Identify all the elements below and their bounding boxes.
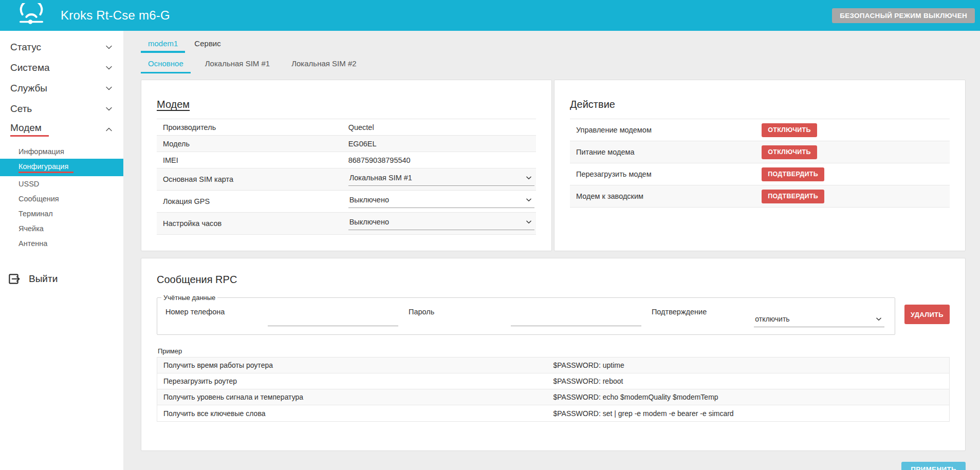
submenu-item-ussd[interactable]: USSD [0,176,123,191]
row-label: Локация GPS [157,197,348,205]
sidebar-item-label: Сеть [10,103,104,115]
chevron-down-icon [875,315,882,323]
modem-card: Модем Производитель Quectel Модель EG06E… [141,80,552,251]
password-label: Пароль [409,304,511,327]
select-value: Локальная SIM #1 [349,174,412,182]
row-label: Производитель [157,123,348,131]
submenu-item-label: USSD [19,180,39,188]
primary-sim-select[interactable]: Локальная SIM #1 [348,173,534,186]
sidebar-item-modem[interactable]: Модем [0,119,123,140]
row-label: Получить время работы роутера [157,361,553,369]
example-table: Получить время работы роутера $PASSWORD:… [157,357,950,422]
row-value: EG06EL [348,140,536,148]
subtab-local-sim-1[interactable]: Локальная SIM #1 [198,57,277,73]
row-label: Получить уровень сигнала и температура [157,393,553,401]
chevron-down-icon [525,218,532,225]
modem-power-disable-button[interactable]: ОТКЛЮЧИТЬ [762,145,817,159]
sidebar-item-services[interactable]: Службы [0,78,123,99]
row-label: Настройка часов [157,219,348,228]
submenu-item-messages[interactable]: Сообщения [0,191,123,206]
example-block: Пример Получить время работы роутера $PA… [157,347,950,422]
exit-icon [7,272,21,286]
phone-number-group: Номер телефона [160,304,403,327]
row-value: $PASSWORD: set | grep -e modem -e bearer… [553,409,950,418]
app-title: Kroks Rt-Cse m6-G [61,8,170,23]
submenu-item-configuration[interactable]: Конфигурация [0,159,123,176]
confirmation-group: Подтверждение отключить [646,304,890,327]
chevron-down-icon [104,42,114,52]
tab-service[interactable]: Сервис [187,38,228,53]
safe-mode-badge[interactable]: БЕЗОПАСНЫЙ РЕЖИМ ВЫКЛЮЧЕН [832,8,975,23]
action-table: Управление модемом ОТКЛЮЧИТЬ Питание мод… [570,119,950,208]
logout-label: Выйти [29,273,58,285]
submenu-item-cell[interactable]: Ячейка [0,221,123,236]
table-row: Производитель Quectel [157,119,536,136]
sidebar-item-label: Службы [10,83,104,94]
row-value: 868759038795540 [348,156,536,164]
table-row: Основная SIM карта Локальная SIM #1 [157,168,536,191]
modem-control-disable-button[interactable]: ОТКЛЮЧИТЬ [762,123,817,137]
main-content: modem1 Сервис Основное Локальная SIM #1 … [123,31,980,470]
submenu-item-label: Ячейка [19,224,44,233]
sidebar-item-system[interactable]: Система [0,58,123,78]
phone-number-input[interactable] [268,317,398,326]
row-label: Питание модема [570,148,762,156]
chevron-up-icon [104,124,114,135]
select-value: отключить [755,315,789,323]
sidebar: Статус Система Службы Сеть Модем Информа [0,31,123,470]
table-row: Перезагрузить роутер $PASSWORD: reboot [157,373,949,389]
row-label: IMEI [157,156,348,164]
modem-reboot-confirm-button[interactable]: ПОДТВЕРДИТЬ [762,167,824,181]
gps-location-select[interactable]: Выключено [348,195,534,208]
credentials-fieldset: Учётные данные Номер телефона Пароль [157,294,895,335]
table-row: Модель EG06EL [157,136,536,152]
submenu-item-terminal[interactable]: Терминал [0,206,123,221]
row-value: $PASSWORD: reboot [553,377,950,385]
password-input[interactable] [511,317,641,326]
modem-submenu: Информация Конфигурация USSD Сообщения Т… [0,144,123,251]
chevron-down-icon [104,63,114,73]
submenu-item-label: Конфигурация [19,162,73,173]
modem-factory-reset-confirm-button[interactable]: ПОДТВЕРДИТЬ [762,190,824,203]
row-label: Модель [157,140,348,148]
submenu-item-antenna[interactable]: Антенна [0,236,123,251]
submenu-item-label: Информация [19,147,64,156]
delete-button[interactable]: УДАЛИТЬ [904,305,950,324]
action-card: Действие Управление модемом ОТКЛЮЧИТЬ Пи… [554,80,966,251]
clock-setup-select[interactable]: Выключено [348,217,534,230]
phone-number-label: Номер телефона [165,304,268,327]
row-label: Перезагрузить модем [570,170,762,178]
submenu-item-information[interactable]: Информация [0,144,123,159]
modem-card-title: Модем [157,99,536,110]
row-label: Получить все ключевые слова [157,409,553,418]
chevron-down-icon [525,174,532,181]
submenu-item-label: Антенна [19,239,47,248]
apply-button[interactable]: ПРИМЕНИТЬ [901,462,966,470]
confirmation-label: Подтверждение [652,304,754,327]
sidebar-item-network[interactable]: Сеть [0,99,123,119]
tab-bar: modem1 Сервис [141,38,966,53]
sidebar-item-status[interactable]: Статус [0,37,123,58]
table-row: Получить все ключевые слова $PASSWORD: s… [157,405,949,421]
page: Kroks Rt-Cse m6-G БЕЗОПАСНЫЙ РЕЖИМ ВЫКЛЮ… [0,0,980,470]
tab-modem1[interactable]: modem1 [141,38,185,53]
sidebar-item-label: Статус [10,42,104,53]
row-label: Модем к заводским [570,192,762,200]
table-row: Получить время работы роутера $PASSWORD:… [157,358,949,373]
example-legend: Пример [157,347,950,355]
logout-button[interactable]: Выйти [0,272,123,286]
row-value: $PASSWORD: echo $modemQuality $modemTemp [553,393,950,401]
table-row: Перезагрузить модем ПОДТВЕРДИТЬ [570,163,950,185]
table-row: Питание модема ОТКЛЮЧИТЬ [570,141,950,163]
row-value: Quectel [348,123,536,131]
subtab-general[interactable]: Основное [141,57,191,73]
submenu-item-label: Терминал [19,210,53,218]
subtab-local-sim-2[interactable]: Локальная SIM #2 [284,57,363,73]
confirmation-select[interactable]: отключить [754,314,884,327]
table-row: Получить уровень сигнала и температура $… [157,389,949,405]
rpc-messages-card: Сообщения RPC Учётные данные Номер телеф… [141,258,966,451]
table-row: Управление модемом ОТКЛЮЧИТЬ [570,119,950,141]
app-header: Kroks Rt-Cse m6-G БЕЗОПАСНЫЙ РЕЖИМ ВЫКЛЮ… [0,0,980,31]
table-row: Настройка часов Выключено [157,213,536,235]
select-value: Выключено [349,218,389,226]
